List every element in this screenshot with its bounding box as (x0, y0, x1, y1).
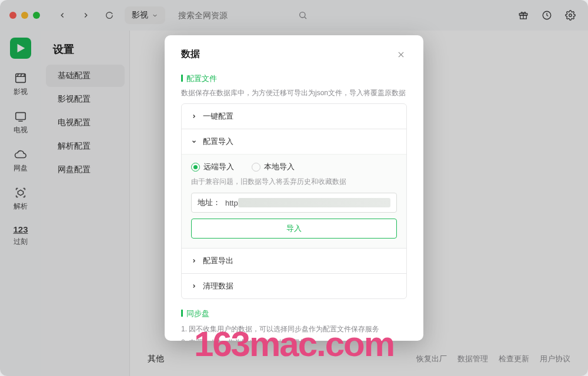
section-config-desc: 数据保存在数据库中，为方便迁移可导出为json文件，导入将覆盖原数据 (181, 88, 407, 99)
app-window: 影视 影视 电视 网盘 (0, 0, 588, 376)
import-source-radios: 远端导入 本地导入 (191, 162, 397, 172)
acc-label: 配置导出 (203, 256, 233, 266)
acc-head-cleanup[interactable]: 清理数据 (182, 274, 406, 298)
modal-header: 数据 (165, 35, 423, 66)
import-warning: 由于兼容问题，旧数据导入将丢弃历史和收藏数据 (191, 177, 397, 187)
address-row[interactable]: 地址： http (191, 193, 397, 213)
acc-import: 配置导入 远端导入 本地导入 (182, 129, 406, 248)
section-config-label: 配置文件 (181, 73, 407, 84)
radio-label: 远端导入 (203, 162, 234, 172)
address-prefix: http (225, 199, 238, 207)
section-sync-label: 同步盘 (181, 308, 407, 319)
acc-label: 清理数据 (203, 281, 233, 291)
acc-cleanup: 清理数据 (182, 273, 406, 298)
close-modal-button[interactable] (395, 49, 407, 61)
import-button[interactable]: 导入 (191, 219, 397, 239)
chevron-right-icon (191, 283, 197, 289)
radio-dot-off (252, 163, 260, 172)
close-icon (397, 51, 405, 59)
chevron-down-icon (191, 139, 197, 145)
acc-head-import[interactable]: 配置导入 (182, 129, 406, 154)
sync-note-1: 因不收集用户的数据，可以选择同步盘作为配置文件保存服务 (181, 323, 407, 336)
data-modal: 数据 配置文件 数据保存在数据库中，为方便迁移可导出为json文件，导入将覆盖原… (165, 35, 423, 341)
acc-label: 配置导入 (203, 136, 233, 147)
acc-head-one-click[interactable]: 一键配置 (182, 104, 406, 129)
modal-title: 数据 (181, 48, 200, 61)
acc-body-import: 远端导入 本地导入 由于兼容问题，旧数据导入将丢弃历史和收藏数据 地址： htt… (182, 154, 406, 248)
radio-local[interactable]: 本地导入 (252, 162, 295, 172)
acc-head-export[interactable]: 配置导出 (182, 249, 406, 273)
address-blurred-value (238, 198, 390, 207)
address-label: 地址： (198, 197, 220, 208)
accordion: 一键配置 配置导入 远端导入 (181, 103, 407, 299)
acc-label: 一键配置 (203, 111, 233, 122)
chevron-right-icon (191, 258, 197, 264)
sync-notes: 因不收集用户的数据，可以选择同步盘作为配置文件保存服务 内置webdav作为同步… (181, 323, 407, 341)
radio-dot-on (191, 163, 200, 172)
radio-remote[interactable]: 远端导入 (191, 162, 234, 172)
chevron-right-icon (191, 113, 197, 119)
sync-note-2: 内置webdav作为同步盘服务 推荐坚果云 (181, 336, 407, 341)
radio-label: 本地导入 (264, 162, 295, 172)
acc-one-click: 一键配置 (182, 104, 406, 129)
acc-export: 配置导出 (182, 248, 406, 273)
modal-body: 配置文件 数据保存在数据库中，为方便迁移可导出为json文件，导入将覆盖原数据 … (165, 66, 423, 341)
